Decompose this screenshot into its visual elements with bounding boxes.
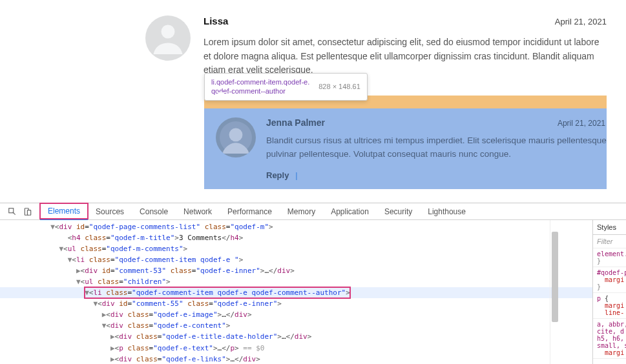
reply-link[interactable]: Reply |	[266, 170, 607, 180]
nested-avatar	[216, 117, 256, 157]
comments-title-text: 3 Comments	[179, 234, 222, 242]
rule-selector: p	[597, 295, 601, 302]
text-caret-icon: |	[295, 170, 298, 180]
avatar-placeholder	[145, 15, 191, 61]
comment-author: Lissa	[203, 15, 228, 26]
tab-elements[interactable]: Elements	[40, 203, 88, 220]
comment-header: Lissa April 21, 2021	[203, 15, 607, 26]
tooltip-arrow-icon	[217, 92, 225, 96]
rule-selector: element.	[597, 250, 626, 258]
svg-rect-5	[27, 210, 30, 215]
nested-header: Jenna Palmer April 21, 2021	[266, 117, 607, 128]
tab-network[interactable]: Network	[176, 203, 220, 220]
tab-memory[interactable]: Memory	[280, 203, 323, 220]
tab-console[interactable]: Console	[132, 203, 176, 220]
elements-tree[interactable]: ▼<div id="qodef-page-comments-list" clas…	[0, 220, 592, 364]
devtools-tabbar: Elements Sources Console Network Perform…	[0, 203, 626, 220]
scrollbar[interactable]	[550, 220, 559, 364]
nested-author: Jenna Palmer	[266, 117, 325, 128]
inspector-tooltip: li.qodef-comment-item.qodef-e. qodef-com…	[204, 73, 368, 101]
styles-filter-input[interactable]: Filter	[593, 235, 626, 248]
rule-selector: #qodef-p	[597, 269, 626, 276]
reply-label: Reply	[266, 170, 289, 180]
comment-main: Lissa April 21, 2021 Lorem ipsum dolor s…	[203, 15, 607, 77]
devtools-panel: Elements Sources Console Network Perform…	[0, 203, 626, 364]
tab-sources[interactable]: Sources	[88, 203, 132, 220]
tab-application[interactable]: Application	[323, 203, 377, 220]
scroll-thumb[interactable]	[552, 232, 558, 322]
tab-performance[interactable]: Performance	[220, 203, 280, 220]
tooltip-dimensions: 828 × 148.61	[318, 83, 360, 90]
tab-lighthouse[interactable]: Lighthouse	[420, 203, 474, 220]
nested-body: Blandit cursus risus at ultrices mi temp…	[266, 134, 607, 161]
page-content: Lissa April 21, 2021 Lorem ipsum dolor s…	[0, 0, 626, 203]
tooltip-selector-line1: li.qodef-comment-item.qodef-e.	[211, 78, 309, 86]
styles-tab[interactable]: Styles	[593, 220, 626, 235]
user-icon	[149, 19, 187, 57]
user-photo-icon	[220, 121, 252, 154]
equals-dollar-zero: == $0	[243, 344, 264, 352]
svg-point-0	[162, 25, 175, 39]
highlighted-nested-comment: Jenna Palmer April 21, 2021 Blandit curs…	[204, 108, 607, 189]
inspect-icon[interactable]	[8, 207, 17, 216]
tab-security[interactable]: Security	[377, 203, 420, 220]
svg-point-2	[229, 128, 243, 141]
device-toggle-icon[interactable]	[23, 207, 32, 216]
nested-date: April 21, 2021	[558, 119, 605, 128]
styles-pane[interactable]: Styles Filter element.} #qodef-p margi} …	[592, 220, 626, 364]
comment-date: April 21, 2021	[555, 17, 607, 26]
comment-body: Lorem ipsum dolor sit amet, consectetur …	[203, 35, 607, 77]
